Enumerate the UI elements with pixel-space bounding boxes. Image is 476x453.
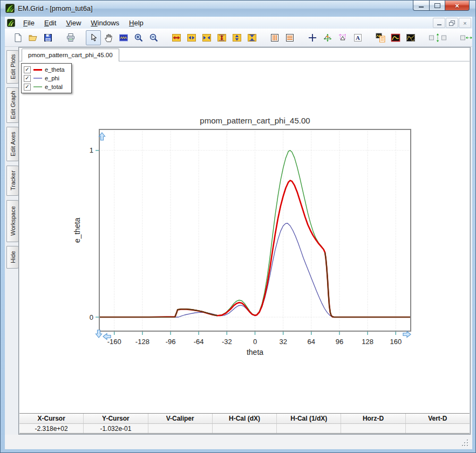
- legend-label: e_phi: [45, 75, 59, 81]
- x-tick-label: 160: [390, 338, 402, 346]
- legend-swatch: [33, 69, 42, 71]
- save-icon: [43, 33, 53, 43]
- plot-overlay-icon: [406, 33, 416, 43]
- expand-vertical-button[interactable]: [214, 30, 229, 45]
- legend-checkbox-e-total[interactable]: ✓: [24, 84, 31, 91]
- sidebar-tab-edit-plots[interactable]: Edit Plots: [6, 50, 19, 84]
- legend-toggle-icon: [376, 33, 385, 43]
- sidebar-tab-workspace[interactable]: Workspace: [6, 200, 19, 242]
- legend-swatch: [33, 78, 42, 79]
- split-vertical-icon: [429, 33, 447, 43]
- menu-edit[interactable]: Edit: [39, 18, 61, 28]
- save-button[interactable]: [40, 30, 56, 45]
- x-tick-label: 0: [253, 338, 257, 346]
- mdi-close-button[interactable]: ×: [459, 18, 471, 28]
- document-tab-bar: pmom_pattern_cart_phi_45.00: [19, 48, 470, 61]
- resize-grip[interactable]: [462, 440, 469, 447]
- split-horizontal-button[interactable]: [457, 30, 472, 45]
- legend-checkbox-e-phi[interactable]: ✓: [24, 75, 31, 82]
- arrows-apart-horizontal-button[interactable]: [184, 30, 199, 45]
- status-value-horz-d: [341, 424, 405, 433]
- x-tick-label: -32: [222, 338, 232, 346]
- title-bar[interactable]: EM.Grid - [pmom_tut6a] ×: [1, 1, 475, 17]
- split-horizontal-icon: [460, 33, 472, 43]
- mdi-minimize-button[interactable]: [433, 18, 445, 28]
- app-logo-icon: [5, 4, 15, 13]
- horizontal-gridlines-button[interactable]: [282, 30, 297, 45]
- crosshair-icon: [308, 33, 317, 43]
- sidebar-tab-edit-axes[interactable]: Edit Axes: [6, 127, 19, 161]
- mdi-child-window: pmom_pattern_cart_phi_45.00 -160-128-96-…: [18, 47, 471, 435]
- legend-label: e_total: [45, 84, 63, 90]
- select-cursor-button[interactable]: [86, 30, 101, 45]
- pan-handle-right-icon[interactable]: [403, 332, 411, 338]
- svg-text:A: A: [356, 35, 360, 41]
- zoom-window-button[interactable]: [116, 30, 131, 45]
- legend-swatch: [33, 86, 42, 87]
- x-axis-label: theta: [247, 348, 263, 356]
- curve-e_total: [99, 150, 411, 317]
- menu-help[interactable]: Help: [124, 18, 148, 28]
- y-tick-label: 1: [90, 146, 93, 154]
- compress-vertical-button[interactable]: [244, 30, 260, 45]
- compress-vertical-icon: [247, 33, 257, 43]
- legend-toggle-button[interactable]: [373, 30, 388, 45]
- curve-overlap-1: [325, 252, 411, 317]
- menu-windows[interactable]: Windows: [86, 18, 124, 28]
- print-button[interactable]: [63, 30, 78, 45]
- split-vertical-button[interactable]: [426, 30, 450, 45]
- sidebar-tab-hide[interactable]: Hide: [6, 246, 19, 269]
- status-header-y-cursor: Y-Cursor: [84, 414, 148, 423]
- status-value-v-caliper: [148, 424, 213, 433]
- chart-svg[interactable]: -160-128-96-64-32032649612816001pmom_pat…: [19, 61, 470, 413]
- legend-checkbox-e-theta[interactable]: ✓: [24, 66, 31, 73]
- x-tick-label: -160: [107, 338, 121, 346]
- x-tick-label: 32: [279, 338, 287, 346]
- caliper-button[interactable]: [335, 30, 350, 45]
- select-cursor-icon: [89, 33, 98, 43]
- y-axis-label: e_theta: [73, 217, 81, 243]
- mdi-restore-button[interactable]: [446, 18, 458, 28]
- app-window: EM.Grid - [pmom_tut6a] × File Edit View …: [0, 0, 476, 453]
- arrows-apart-vertical-button[interactable]: [229, 30, 244, 45]
- sidebar-tab-edit-graph[interactable]: Edit Graph: [6, 87, 19, 123]
- x-tick-label: -96: [166, 338, 176, 346]
- sidebar-tab-tracker[interactable]: Tracker: [6, 166, 19, 196]
- text-annotation-icon: A: [353, 33, 363, 43]
- maximize-button[interactable]: [429, 1, 445, 11]
- status-header-h-cal-1dx: H-Cal (1/dX): [277, 414, 341, 423]
- menu-file[interactable]: File: [18, 18, 39, 28]
- plot-frame-button[interactable]: [388, 30, 403, 45]
- plot-overlay-button[interactable]: [403, 30, 418, 45]
- new-document-icon: [13, 33, 23, 43]
- compress-horizontal-button[interactable]: [199, 30, 214, 45]
- minimize-button[interactable]: [413, 1, 429, 11]
- new-document-button[interactable]: [10, 30, 25, 45]
- zoom-in-button[interactable]: [131, 30, 146, 45]
- tracker-button[interactable]: [320, 30, 335, 45]
- status-header-v-caliper: V-Caliper: [148, 414, 213, 423]
- text-annotation-button[interactable]: A: [350, 30, 365, 45]
- chart-legend[interactable]: ✓ e_theta ✓ e_phi ✓ e_total: [21, 63, 72, 93]
- crosshair-button[interactable]: [305, 30, 320, 45]
- close-button[interactable]: ×: [445, 1, 470, 11]
- status-header-vert-d: Vert-D: [406, 414, 470, 423]
- status-value-h-cal-1dx: [277, 424, 341, 433]
- menu-view[interactable]: View: [61, 18, 86, 28]
- pan-hand-button[interactable]: [101, 30, 116, 45]
- horizontal-gridlines-icon: [285, 33, 295, 43]
- print-icon: [66, 33, 76, 43]
- document-tab[interactable]: pmom_pattern_cart_phi_45.00: [22, 49, 119, 62]
- open-file-button[interactable]: [25, 30, 40, 45]
- arrows-apart-vertical-icon: [232, 33, 242, 43]
- zoom-out-button[interactable]: [146, 30, 161, 45]
- chart-area: -160-128-96-64-32032649612816001pmom_pat…: [19, 61, 470, 413]
- window-status-strip: [5, 435, 472, 449]
- toolbar: ALayout: [5, 29, 472, 47]
- pan-handle-up-icon[interactable]: [99, 133, 105, 140]
- open-file-icon: [28, 33, 38, 43]
- vertical-gridlines-button[interactable]: [267, 30, 282, 45]
- tracker-icon: [323, 33, 332, 43]
- compress-horizontal-icon: [202, 33, 212, 43]
- expand-horizontal-button[interactable]: [169, 30, 184, 45]
